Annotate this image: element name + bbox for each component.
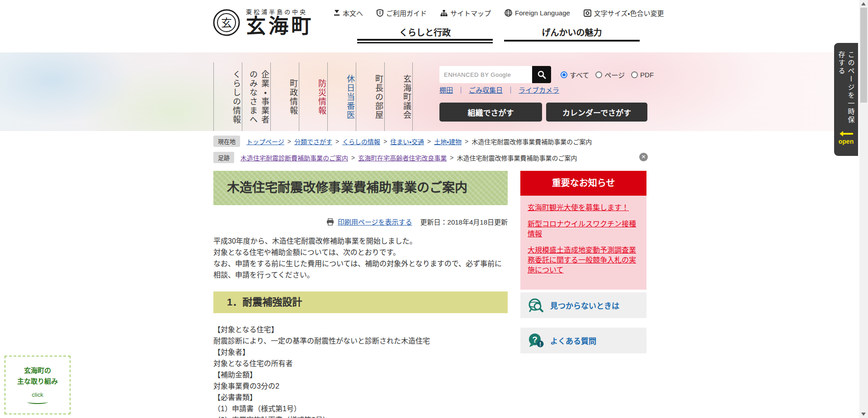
trail-current: 木造住宅耐震改修事業費補助事業のご案内 xyxy=(457,153,577,162)
breadcrumb: 現在地 トップページ > 分類でさがす > くらしの情報 > 住まい・交通 > … xyxy=(213,136,592,147)
search-by-org-button[interactable]: 組織でさがす xyxy=(439,103,542,122)
updated-date: 更新日：2018年4月18日更新 xyxy=(420,217,508,226)
article: 木造住宅耐震改修事業費補助事業のご案内 印刷用ページを表示する 更新日：2018… xyxy=(213,171,508,418)
breadcrumb-current: 木造住宅耐震改修事業費補助事業のご案内 xyxy=(472,137,592,146)
svg-text:?: ? xyxy=(532,335,538,344)
quick-link-gomi[interactable]: ごみ収集日 xyxy=(469,85,503,94)
search-button[interactable] xyxy=(532,66,551,83)
nav-item-chosei-joho[interactable]: 町政情報 xyxy=(270,62,299,131)
logo-text: 東松浦半島の中央 玄海町 xyxy=(246,7,314,38)
faq-button[interactable]: ? ! よくある質問 xyxy=(520,328,646,353)
foreign-language-link[interactable]: Foreign Language xyxy=(505,9,570,17)
faq-bubble-icon: ? ! xyxy=(528,333,545,349)
tab-underline xyxy=(357,39,493,41)
svg-text:!: ! xyxy=(539,341,541,348)
scope-label: ページ xyxy=(604,70,625,80)
trail-close-icon[interactable]: ✕ xyxy=(639,153,648,161)
intro-line: 対象となる住宅や補助金額については、次のとおりです。 xyxy=(213,247,508,258)
trail-link-shindan[interactable]: 木造住宅耐震診断費補助事業のご案内 xyxy=(241,153,348,162)
globe-icon xyxy=(505,9,512,17)
scope-subete[interactable]: すべて xyxy=(561,70,589,80)
scope-pdf[interactable]: PDF xyxy=(631,71,654,79)
site-logo[interactable]: 玄 東松浦半島の中央 玄海町 xyxy=(212,7,314,38)
breadcrumb-link-sumai[interactable]: 住まい・交通 xyxy=(390,137,424,146)
breadcrumb-link-tochi[interactable]: 土地・建物 xyxy=(434,137,462,146)
site-header: 玄 東松浦半島の中央 玄海町 本文へ ご利用ガイド サイトマップ Fo xyxy=(0,0,868,52)
page: 玄 東松浦半島の中央 玄海町 本文へ ご利用ガイド サイトマップ Fo xyxy=(0,0,868,418)
breadcrumb-link-top[interactable]: トップページ xyxy=(246,137,284,146)
search-scope-group: すべて ページ PDF xyxy=(561,66,654,83)
scroll-down-icon[interactable] xyxy=(861,413,866,416)
sitemap-icon xyxy=(440,9,448,17)
article-meta: 印刷用ページを表示する 更新日：2018年4月18日更新 xyxy=(213,217,508,226)
notice-link-vaccine[interactable]: 新型コロナウイルスワクチン接種情報 xyxy=(528,219,639,239)
detail-line: 耐震診断により、一定の基準の耐震性がないと診断された木造住宅 xyxy=(213,335,508,347)
notice-link-taishi[interactable]: 玄海町観光大使を募集します！ xyxy=(528,203,639,213)
helper-label: 見つからないときは xyxy=(550,300,619,311)
tab-underline xyxy=(357,42,493,43)
nav-item-kurashi-joho[interactable]: くらしの情報 xyxy=(213,62,242,131)
important-notice-box: 重要なお知らせ 玄海町観光大使を募集します！ 新型コロナウイルスワクチン接種情報… xyxy=(520,171,646,290)
quick-link-tanada[interactable]: 棚田 xyxy=(439,85,453,94)
separator: > xyxy=(288,138,291,145)
town-initiatives-banner[interactable]: 玄海町の 主な取り組み click xyxy=(5,356,71,414)
nav-item-bosai-joho[interactable]: 防災情報 xyxy=(299,62,327,131)
separator: > xyxy=(427,138,431,145)
guide-link[interactable]: ご利用ガイド xyxy=(377,8,427,18)
scroll-up-icon[interactable] xyxy=(861,2,866,5)
logo-town-name: 玄海町 xyxy=(246,16,314,38)
svg-text:玄: 玄 xyxy=(221,17,232,29)
quick-link-livecamera[interactable]: ライブカメラ xyxy=(519,85,559,94)
nav-item-kyujitsu-toban-i[interactable]: 休日当番医 xyxy=(327,62,356,131)
nav-item-kigyo-jigyosha[interactable]: 企業・事業者 のみなさまへ xyxy=(242,62,270,131)
separator: > xyxy=(335,138,339,145)
section-heading: 1．耐震補強設計 xyxy=(213,291,508,313)
helper-label: よくある質問 xyxy=(550,335,596,346)
banner-line1: 玄海町の xyxy=(24,366,51,375)
separator: > xyxy=(383,138,387,145)
scrollbar[interactable] xyxy=(859,0,868,418)
banner-line2: 主な取り組み xyxy=(17,377,58,386)
sidebar: 重要なお知らせ 玄海町観光大使を募集します！ 新型コロナウイルスワクチン接種情報… xyxy=(520,171,646,290)
detail-line: 対象となる住宅の所有者 xyxy=(213,358,508,369)
separator: > xyxy=(450,154,453,161)
town-emblem-icon: 玄 xyxy=(212,9,241,37)
detail-line: 【対象者】 xyxy=(213,347,508,358)
utility-label: 本文へ xyxy=(343,8,363,18)
trail-link-kairyou[interactable]: 玄海町在宅高齢者住宅改良事業 xyxy=(358,153,447,162)
sitemap-link[interactable]: サイトマップ xyxy=(440,8,491,18)
notice-link-nyusatsu[interactable]: 大規模盛土造成地変動予測調査業務委託に関する一般競争入札の実施について xyxy=(528,245,639,275)
save-page-tab[interactable]: このページを一時保存する open xyxy=(834,43,858,156)
breadcrumb-link-kurashi[interactable]: くらしの情報 xyxy=(342,137,380,146)
not-found-help-button[interactable]: 見つからないときは xyxy=(520,292,646,318)
skip-to-content-link[interactable]: 本文へ xyxy=(334,8,363,18)
main-nav: くらしの情報 企業・事業者 のみなさまへ 町政情報 防災情報 休日当番医 町長の… xyxy=(213,62,413,131)
open-label: open xyxy=(839,138,854,145)
tab-kurashi-gyosei[interactable]: くらしと行政 xyxy=(357,26,493,38)
scope-page[interactable]: ページ xyxy=(595,70,625,80)
search-input[interactable] xyxy=(439,66,532,83)
radio-icon xyxy=(595,71,602,78)
display-settings-link[interactable]: 文字サイズ・色合い変更 xyxy=(584,8,664,18)
breadcrumb-tag: 現在地 xyxy=(213,136,240,147)
save-page-label: このページを一時保存する xyxy=(837,51,856,128)
tab-genkai-miryoku[interactable]: げんかいの魅力 xyxy=(504,26,640,38)
banner-click-label: click xyxy=(32,391,43,398)
logo-tagline: 東松浦半島の中央 xyxy=(246,7,314,16)
intro-line: なお、申請をする前に生じた費用については、補助の対象外となりますので、必ず事前に… xyxy=(213,258,508,281)
scrollbar-thumb[interactable] xyxy=(860,8,867,103)
radio-icon xyxy=(561,71,567,78)
display-settings-icon xyxy=(584,9,591,17)
breadcrumb-link-bunrui[interactable]: 分類でさがす xyxy=(294,137,332,146)
search-by-calendar-button[interactable]: カレンダーでさがす xyxy=(546,103,647,122)
intro-text: 平成30年度から、木造住宅耐震改修補助事業を開始しました。 対象となる住宅や補助… xyxy=(213,235,508,281)
printer-icon xyxy=(326,218,334,225)
detail-line: 対象事業費の3分の2 xyxy=(213,380,508,392)
print-page-link[interactable]: 印刷用ページを表示する xyxy=(338,217,412,226)
detail-line: 【対象となる住宅】 xyxy=(213,324,508,335)
nav-item-chocho-heya[interactable]: 町長の部屋 xyxy=(356,62,384,131)
nav-item-gikai[interactable]: 玄海町議会 xyxy=(384,62,413,131)
tab-underline xyxy=(504,40,640,42)
skip-to-content-icon xyxy=(334,9,340,16)
separator: ｜ xyxy=(507,85,514,94)
